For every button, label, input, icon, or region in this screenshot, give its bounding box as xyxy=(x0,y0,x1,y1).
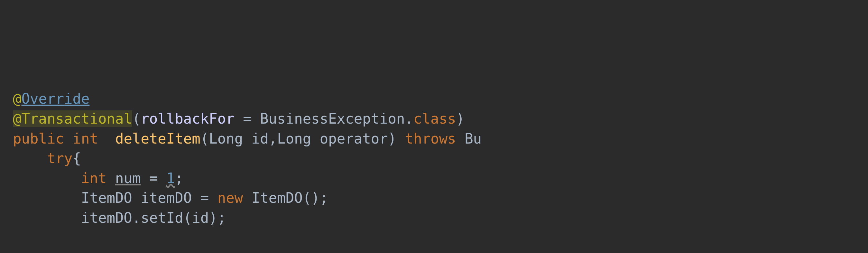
param-type-long[interactable]: Long xyxy=(209,130,243,147)
rparen: ) xyxy=(209,209,217,226)
lparen: ( xyxy=(132,110,141,127)
indent xyxy=(13,209,81,226)
method-setid[interactable]: setId xyxy=(141,209,183,226)
indent xyxy=(13,190,81,206)
number-literal: 1 xyxy=(166,170,175,186)
semicolon: ; xyxy=(175,170,183,186)
space xyxy=(243,190,252,206)
int-keyword: int xyxy=(72,130,98,147)
dot: . xyxy=(405,110,414,127)
lparen: ( xyxy=(183,209,192,226)
rparen: ) xyxy=(388,130,397,147)
rparen: ) xyxy=(456,110,465,127)
transactional-annotation[interactable]: Transactional xyxy=(22,110,132,127)
indent xyxy=(13,170,81,186)
equals: = xyxy=(141,170,166,186)
param-operator: operator xyxy=(320,130,388,147)
lparen: ( xyxy=(200,130,209,147)
public-keyword: public xyxy=(13,130,64,147)
open-brace: { xyxy=(72,150,81,166)
semicolon: ; xyxy=(320,190,329,206)
code-line-6: ItemDO itemDO = new ItemDO(); xyxy=(13,188,855,208)
code-line-1: @Override xyxy=(13,89,855,109)
variable-num[interactable]: num xyxy=(115,170,141,186)
equals: = xyxy=(192,190,217,206)
comma: , xyxy=(269,130,277,147)
int-keyword: int xyxy=(81,170,106,186)
equals: = xyxy=(235,110,260,127)
param-type-long[interactable]: Long xyxy=(277,130,311,147)
annotation-attribute: rollbackFor xyxy=(141,110,234,127)
type-itemdo[interactable]: ItemDO xyxy=(81,190,132,206)
space xyxy=(64,130,73,147)
exception-class-ref[interactable]: BusinessException xyxy=(260,110,405,127)
try-keyword: try xyxy=(47,150,72,166)
constructor-itemdo[interactable]: ItemDO xyxy=(252,190,303,206)
code-editor[interactable]: @Override@Transactional(rollbackFor = Bu… xyxy=(13,89,855,228)
class-keyword: class xyxy=(413,110,456,127)
new-keyword: new xyxy=(217,190,243,206)
code-line-2: @Transactional(rollbackFor = BusinessExc… xyxy=(13,109,855,129)
space xyxy=(396,130,405,147)
argument-id: id xyxy=(192,209,209,226)
method-name-deleteitem[interactable]: deleteItem xyxy=(115,130,200,147)
param-id: id xyxy=(252,130,269,147)
space xyxy=(106,170,115,186)
dot: . xyxy=(132,209,141,226)
variable-itemdo-ref[interactable]: itemDO xyxy=(81,209,132,226)
space xyxy=(243,130,252,147)
annotation-at: @ xyxy=(13,110,22,127)
parens: () xyxy=(303,190,320,206)
code-line-5: int num = 1; xyxy=(13,168,855,188)
space xyxy=(456,130,465,147)
variable-itemdo[interactable]: itemDO xyxy=(141,190,192,206)
space xyxy=(132,190,141,206)
space xyxy=(311,130,320,147)
code-line-7: itemDO.setId(id); xyxy=(13,208,855,228)
transactional-annotation-highlight: @Transactional xyxy=(13,110,132,127)
semicolon: ; xyxy=(217,209,226,226)
space xyxy=(98,130,115,147)
override-annotation[interactable]: Override xyxy=(22,90,90,107)
indent xyxy=(13,150,47,166)
code-line-3: public int deleteItem(Long id,Long opera… xyxy=(13,129,855,149)
code-line-4: try{ xyxy=(13,148,855,168)
throws-keyword: throws xyxy=(405,130,456,147)
exception-type-truncated[interactable]: Bu xyxy=(465,130,482,147)
annotation-at: @ xyxy=(13,90,22,107)
